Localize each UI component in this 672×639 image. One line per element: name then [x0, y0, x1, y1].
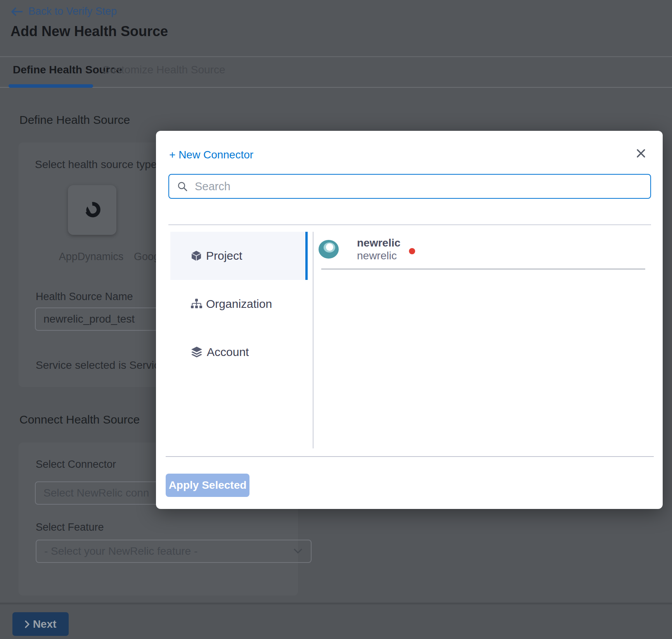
tabbar-divider	[0, 87, 672, 88]
chevron-right-icon	[25, 620, 29, 628]
select-connector-label: Select Connector	[36, 458, 116, 471]
search-box[interactable]	[168, 174, 651, 199]
back-link-label: Back to Verify Step	[28, 5, 117, 17]
scope-tab-label: Organization	[206, 297, 272, 311]
health-source-name-label: Health Source Name	[36, 291, 133, 303]
next-button-label: Next	[33, 618, 57, 630]
connector-row-divider	[321, 269, 645, 269]
connector-subtitle: newrelic	[357, 250, 397, 262]
modal-divider-top	[168, 224, 651, 225]
connector-select-modal: + New Connector Project	[156, 131, 663, 509]
source-type-label-appdynamics: AppDynamics	[58, 251, 124, 263]
status-dot-icon	[409, 248, 415, 254]
newrelic-logo-icon	[318, 239, 339, 261]
source-type-tile-appdynamics[interactable]	[68, 185, 116, 235]
new-connector-link[interactable]: + New Connector	[169, 149, 253, 161]
select-feature-label: Select Feature	[36, 521, 104, 533]
connector-title: newrelic	[357, 237, 400, 249]
scope-tab-account[interactable]: Account	[170, 328, 308, 376]
layers-icon	[190, 346, 203, 358]
sitemap-icon	[190, 298, 203, 310]
service-selected-note: Service selected is Service_	[36, 359, 171, 372]
tab-customize-health-source[interactable]: Customize Health Source	[102, 64, 225, 76]
active-tab-underline	[9, 84, 93, 88]
scope-tab-label: Account	[207, 346, 249, 359]
select-type-label: Select health source type	[35, 158, 157, 171]
search-input[interactable]	[194, 180, 643, 193]
search-icon	[177, 181, 188, 192]
select-feature-dropdown[interactable]	[36, 540, 312, 563]
apply-selected-button[interactable]: Apply Selected	[166, 474, 249, 497]
scope-tab-organization[interactable]: Organization	[170, 280, 308, 328]
screen: Back to Verify Step Add New Health Sourc…	[0, 0, 672, 639]
arrow-left-icon	[10, 7, 23, 17]
chevron-down-icon	[294, 549, 302, 556]
select-feature-input[interactable]	[36, 540, 312, 563]
define-section-heading: Define Health Source	[19, 113, 130, 127]
close-button[interactable]	[632, 145, 649, 162]
back-link[interactable]: Back to Verify Step	[10, 5, 117, 17]
close-icon	[636, 148, 646, 158]
header-divider	[0, 56, 672, 57]
connect-section-heading: Connect Health Source	[19, 413, 140, 426]
footer-bar	[0, 604, 672, 639]
modal-divider-bottom	[166, 456, 654, 457]
appdynamics-logo-icon	[83, 201, 102, 219]
page-title: Add New Health Source	[10, 23, 168, 40]
next-button[interactable]: Next	[12, 612, 69, 636]
